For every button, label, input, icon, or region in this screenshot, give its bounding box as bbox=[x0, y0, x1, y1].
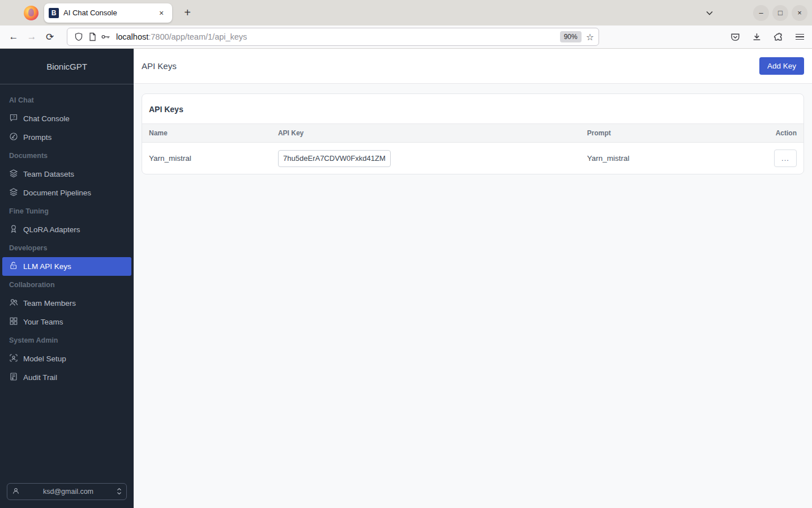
unlock-icon bbox=[9, 261, 18, 272]
new-tab-button[interactable]: + bbox=[179, 5, 196, 22]
reload-button[interactable]: ⟳ bbox=[41, 28, 59, 45]
shield-icon[interactable] bbox=[72, 32, 86, 41]
downloads-icon[interactable] bbox=[749, 29, 764, 45]
row-actions-menu-button[interactable]: ... bbox=[774, 150, 797, 167]
sidebar-nav: AI Chat ? Chat Console Prompts Documents… bbox=[0, 84, 134, 475]
section-documents: Documents bbox=[0, 147, 134, 165]
browser-toolbar: ← → ⟳ localhost:7800/app/team/1/api_keys… bbox=[0, 25, 812, 49]
firefox-icon[interactable] bbox=[24, 6, 39, 20]
table-row: Yarn_mistral Yarn_mistral ... bbox=[142, 143, 804, 174]
sidebar-item-label: Model Setup bbox=[23, 355, 66, 363]
sidebar-item-prompts[interactable]: Prompts bbox=[0, 128, 134, 147]
window-minimize-button[interactable]: – bbox=[753, 5, 769, 21]
svg-text:?: ? bbox=[12, 114, 15, 119]
page-title: API Keys bbox=[142, 61, 177, 71]
sidebar-item-your-teams[interactable]: Your Teams bbox=[0, 313, 134, 331]
sidebar-item-label: Document Pipelines bbox=[23, 189, 91, 197]
sidebar-item-document-pipelines[interactable]: Document Pipelines bbox=[0, 183, 134, 202]
sidebar-item-qlora-adapters[interactable]: QLoRA Adapters bbox=[0, 220, 134, 239]
sidebar: BionicGPT AI Chat ? Chat Console Prompts… bbox=[0, 49, 134, 508]
add-key-button[interactable]: Add Key bbox=[759, 57, 804, 75]
cell-prompt: Yarn_mistral bbox=[580, 143, 767, 174]
sidebar-item-label: Chat Console bbox=[23, 114, 70, 123]
card-title: API Keys bbox=[142, 94, 804, 123]
bookmark-star-icon[interactable]: ☆ bbox=[586, 32, 594, 42]
cell-key-name: Yarn_mistral bbox=[142, 143, 271, 174]
select-chevrons-icon bbox=[117, 488, 122, 496]
audit-document-icon bbox=[9, 372, 18, 383]
sidebar-item-model-setup[interactable]: Model Setup bbox=[0, 349, 134, 368]
user-email: ksd@gmail.com bbox=[20, 488, 117, 496]
users-icon bbox=[9, 298, 18, 309]
api-keys-card: API Keys Name API Key Prompt Action Yarn… bbox=[142, 93, 804, 174]
table-header-row: Name API Key Prompt Action bbox=[142, 124, 804, 143]
chat-question-icon: ? bbox=[9, 113, 18, 124]
sidebar-item-label: QLoRA Adapters bbox=[23, 225, 80, 234]
layers-icon bbox=[9, 187, 18, 198]
sidebar-item-label: Prompts bbox=[23, 133, 52, 142]
sidebar-item-chat-console[interactable]: ? Chat Console bbox=[0, 109, 134, 128]
column-header-name: Name bbox=[142, 124, 271, 143]
window-close-button[interactable]: × bbox=[792, 5, 807, 21]
site-favicon: B bbox=[49, 8, 59, 18]
api-keys-table: Name API Key Prompt Action Yarn_mistral bbox=[142, 123, 804, 174]
column-header-api-key: API Key bbox=[271, 124, 580, 143]
column-header-action: Action bbox=[767, 124, 804, 143]
section-collaboration: Collaboration bbox=[0, 276, 134, 294]
tab-title: AI Chat Console bbox=[63, 8, 155, 17]
page-info-icon[interactable] bbox=[86, 32, 99, 41]
layers-icon bbox=[9, 169, 18, 180]
sidebar-item-label: Team Datasets bbox=[23, 170, 74, 178]
sidebar-item-label: Your Teams bbox=[23, 318, 63, 326]
sidebar-item-label: Audit Trail bbox=[23, 373, 57, 382]
url-text[interactable]: localhost:7800/app/team/1/api_keys bbox=[116, 32, 560, 41]
sidebar-item-label: LLM API Keys bbox=[23, 262, 71, 271]
column-header-prompt: Prompt bbox=[580, 124, 767, 143]
section-fine-tuning: Fine Tuning bbox=[0, 202, 134, 220]
sidebar-item-audit-trail[interactable]: Audit Trail bbox=[0, 368, 134, 387]
back-button[interactable]: ← bbox=[5, 28, 23, 45]
sidebar-item-llm-api-keys[interactable]: LLM API Keys bbox=[2, 257, 131, 276]
award-icon bbox=[9, 224, 18, 235]
url-bar[interactable]: localhost:7800/app/team/1/api_keys 90% ☆ bbox=[67, 28, 599, 46]
tab-close-icon[interactable]: × bbox=[155, 7, 168, 19]
section-system-admin: System Admin bbox=[0, 331, 134, 349]
api-key-value-input[interactable] bbox=[278, 150, 391, 167]
section-developers: Developers bbox=[0, 239, 134, 257]
user-icon bbox=[12, 487, 20, 497]
url-host: localhost bbox=[116, 32, 148, 41]
sidebar-item-label: Team Members bbox=[23, 299, 76, 308]
prompt-icon bbox=[9, 132, 18, 143]
app-brand: BionicGPT bbox=[0, 49, 134, 84]
user-account-select[interactable]: ksd@gmail.com bbox=[7, 483, 127, 500]
page-header: API Keys Add Key bbox=[134, 49, 812, 84]
forward-button: → bbox=[23, 28, 41, 45]
section-ai-chat: AI Chat bbox=[0, 91, 134, 109]
browser-tab[interactable]: B AI Chat Console × bbox=[44, 3, 172, 23]
sidebar-item-team-datasets[interactable]: Team Datasets bbox=[0, 165, 134, 183]
grid-icon bbox=[9, 317, 18, 327]
pocket-icon[interactable] bbox=[727, 29, 743, 45]
list-tabs-chevron-icon[interactable] bbox=[701, 5, 718, 22]
main-area: API Keys Name API Key Prompt Action Yarn… bbox=[134, 84, 812, 508]
user-scan-icon bbox=[9, 353, 18, 364]
menu-hamburger-icon[interactable] bbox=[792, 29, 807, 45]
browser-titlebar: B AI Chat Console × + – □ × bbox=[0, 0, 812, 25]
sidebar-item-team-members[interactable]: Team Members bbox=[0, 294, 134, 313]
zoom-level-badge[interactable]: 90% bbox=[560, 31, 582, 42]
extensions-puzzle-icon[interactable] bbox=[770, 29, 786, 45]
window-maximize-button[interactable]: □ bbox=[772, 5, 788, 21]
url-path: :7800/app/team/1/api_keys bbox=[148, 32, 247, 41]
key-permission-icon[interactable] bbox=[99, 32, 113, 41]
